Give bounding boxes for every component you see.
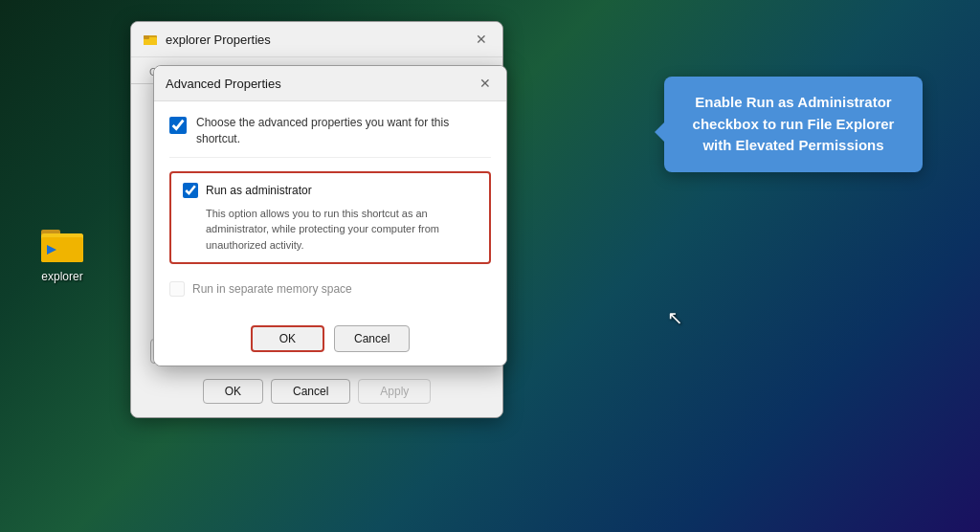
memory-space-row: Run in separate memory space	[169, 277, 491, 300]
advanced-info-checkbox[interactable]	[169, 117, 187, 134]
desktop-icon-explorer[interactable]: explorer	[29, 220, 96, 283]
explorer-cancel-button[interactable]: Cancel	[271, 379, 350, 404]
advanced-info-row: Choose the advanced properties you want …	[169, 115, 491, 158]
explorer-title-bar: explorer Properties ✕	[131, 22, 502, 57]
advanced-info-text: Choose the advanced properties you want …	[196, 115, 491, 147]
tooltip-text: Enable Run as Administrator checkbox to …	[693, 94, 895, 153]
advanced-title-bar: Advanced Properties ✕	[154, 66, 506, 101]
run-as-admin-description: This option allows you to run this short…	[183, 206, 478, 254]
memory-space-checkbox[interactable]	[169, 281, 185, 297]
explorer-footer-buttons: OK Cancel Apply	[131, 369, 502, 417]
explorer-ok-button[interactable]: OK	[203, 379, 263, 404]
advanced-dialog-title: Advanced Properties	[166, 77, 476, 91]
advanced-footer: OK Cancel	[154, 314, 506, 366]
explorer-window-icon	[143, 32, 158, 47]
explorer-window-title: explorer Properties	[166, 33, 464, 47]
run-as-admin-checkbox[interactable]	[183, 183, 198, 198]
tooltip-callout: Enable Run as Administrator checkbox to …	[664, 77, 923, 172]
explorer-close-button[interactable]: ✕	[472, 30, 491, 49]
svg-rect-7	[144, 35, 149, 39]
memory-space-label: Run in separate memory space	[192, 282, 352, 296]
folder-icon	[39, 220, 85, 266]
explorer-apply-button[interactable]: Apply	[358, 379, 431, 404]
run-as-admin-label: Run as administrator	[206, 184, 312, 197]
mouse-cursor: ↖	[667, 306, 683, 329]
admin-checkbox-row: Run as administrator	[183, 183, 478, 198]
desktop-icon-label: explorer	[41, 270, 82, 283]
advanced-cancel-button[interactable]: Cancel	[334, 325, 410, 352]
advanced-dialog-body: Choose the advanced properties you want …	[154, 101, 506, 314]
advanced-ok-button[interactable]: OK	[251, 325, 324, 352]
advanced-properties-dialog: Advanced Properties ✕ Choose the advance…	[153, 65, 507, 366]
run-as-admin-box: Run as administrator This option allows …	[169, 171, 491, 265]
advanced-close-button[interactable]: ✕	[476, 74, 495, 93]
